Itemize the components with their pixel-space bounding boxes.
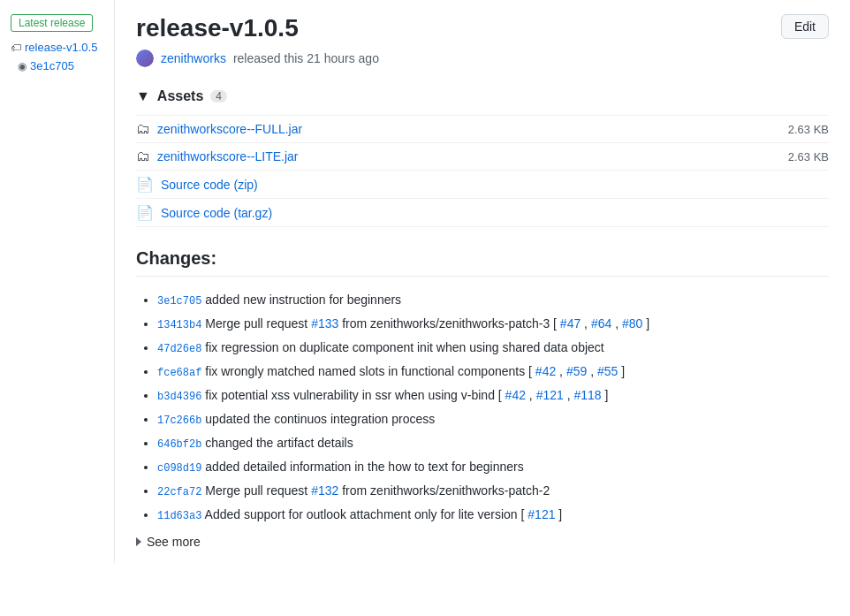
changes-section: Changes: 3e1c705 added new instruction f… [136, 248, 829, 549]
commit-hash[interactable]: c098d19 [157, 462, 201, 475]
asset-left: 🗂 zenithworkscore--FULL.jar [136, 121, 302, 137]
commit-icon: ◉ [18, 60, 27, 72]
asset-link-1[interactable]: zenithworkscore--FULL.jar [157, 122, 302, 136]
commit-message-cont: from zenithworks/zenithworks-patch-2 [342, 483, 550, 498]
commit-message: fix potential xss vulnerability in ssr w… [205, 388, 505, 402]
list-item: 3e1c705 added new instruction for beginn… [157, 291, 829, 309]
assets-section: ▼ Assets 4 🗂 zenithworkscore--FULL.jar 2… [136, 88, 829, 227]
bracket-close: ] [646, 316, 649, 331]
release-header: release-v1.0.5 Edit [136, 14, 829, 42]
bracket-close: ] [621, 364, 625, 378]
release-meta-text: released this 21 hours ago [233, 51, 379, 65]
list-item: fce68af fix wrongly matched named slots … [157, 362, 829, 381]
commit-message: changed the artifact details [205, 436, 353, 450]
asset-size-2: 2.63 KB [788, 150, 829, 164]
see-more-label: See more [147, 535, 201, 549]
sidebar-commit[interactable]: ◉ 3e1c705 [18, 59, 103, 72]
list-item: 22cfa72 Merge pull request #132 from zen… [157, 482, 829, 500]
collapse-icon: ▼ [136, 88, 150, 104]
latest-release-badge: Latest release [11, 14, 93, 32]
commit-hash[interactable]: fce68af [157, 367, 201, 379]
changes-title: Changes: [136, 248, 829, 277]
commit-message: added new instruction for beginners [205, 293, 401, 307]
commit-message: fix regression on duplicate component in… [205, 340, 603, 354]
commit-message: updated the continuos integration proces… [205, 412, 435, 426]
commit-message: Added support for outlook attachment onl… [205, 507, 528, 521]
targz-icon: 📄 [136, 204, 154, 221]
asset-left: 📄 Source code (zip) [136, 176, 258, 193]
issue-link[interactable]: #121 [527, 507, 555, 521]
asset-left: 📄 Source code (tar.gz) [136, 204, 272, 221]
sidebar-tag[interactable]: 🏷 release-v1.0.5 [11, 41, 103, 54]
issue-link[interactable]: #42 [505, 388, 526, 402]
comma: , [529, 388, 536, 402]
release-meta: zenithworks released this 21 hours ago [136, 49, 829, 67]
bracket-close: ] [558, 507, 562, 521]
list-item: 17c266b updated the continuos integratio… [157, 410, 829, 429]
list-item: b3d4396 fix potential xss vulnerability … [157, 386, 829, 405]
list-item: 13413b4 Merge pull request #133 from zen… [157, 315, 829, 333]
edit-button[interactable]: Edit [781, 14, 829, 39]
list-item: 47d26e8 fix regression on duplicate comp… [157, 338, 829, 357]
main-content: release-v1.0.5 Edit zenithworks released… [115, 0, 850, 563]
issue-link[interactable]: #55 [597, 364, 618, 378]
avatar [136, 49, 154, 67]
commit-hash[interactable]: 646bf2b [157, 438, 201, 451]
sidebar-commit-label: 3e1c705 [30, 59, 74, 72]
commit-message: Merge pull request [205, 483, 311, 498]
commit-message: Merge pull request [205, 316, 311, 331]
asset-size-1: 2.63 KB [788, 123, 829, 136]
assets-count: 4 [210, 90, 227, 103]
asset-link-2[interactable]: zenithworkscore--LITE.jar [157, 149, 299, 164]
assets-title: Assets [157, 88, 203, 104]
commit-hash[interactable]: 3e1c705 [157, 295, 201, 308]
comma: , [615, 316, 622, 331]
asset-left: 🗂 zenithworkscore--LITE.jar [136, 148, 299, 164]
list-item: c098d19 added detailed information in th… [157, 458, 829, 476]
issue-link[interactable]: #42 [535, 364, 556, 378]
zip-icon: 📄 [136, 176, 154, 193]
list-item: 11d63a3 Added support for outlook attach… [157, 506, 829, 524]
commit-hash[interactable]: 17c266b [157, 414, 201, 427]
comma: , [559, 364, 566, 378]
commit-hash[interactable]: 11d63a3 [157, 510, 201, 522]
pr-link[interactable]: #133 [311, 316, 338, 331]
issue-link[interactable]: #121 [536, 388, 564, 402]
sidebar-tag-label: release-v1.0.5 [25, 41, 97, 54]
sidebar: Latest release 🏷 release-v1.0.5 ◉ 3e1c70… [0, 0, 115, 563]
commit-list: 3e1c705 added new instruction for beginn… [136, 291, 829, 524]
asset-item: 📄 Source code (tar.gz) [136, 198, 829, 227]
list-item: 646bf2b changed the artifact details [157, 434, 829, 452]
author-link[interactable]: zenithworks [161, 51, 226, 65]
commit-message-cont: from zenithworks/zenithworks-patch-3 [ [342, 316, 560, 331]
commit-hash[interactable]: 13413b4 [157, 319, 201, 331]
issue-link[interactable]: #64 [591, 316, 611, 331]
pr-link[interactable]: #132 [311, 483, 338, 498]
commit-message: fix wrongly matched named slots in funct… [205, 364, 535, 378]
commit-hash[interactable]: 22cfa72 [157, 486, 201, 498]
assets-list: 🗂 zenithworkscore--FULL.jar 2.63 KB 🗂 ze… [136, 115, 829, 227]
avatar-image [136, 49, 154, 67]
issue-link[interactable]: #118 [573, 388, 601, 402]
asset-item: 📄 Source code (zip) [136, 170, 829, 198]
release-title: release-v1.0.5 [136, 14, 299, 42]
see-more[interactable]: See more [136, 535, 829, 549]
bracket-close: ] [605, 388, 609, 402]
chevron-right-icon [136, 537, 141, 546]
issue-link[interactable]: #80 [622, 316, 642, 331]
issue-link[interactable]: #47 [560, 316, 581, 331]
tag-icon: 🏷 [11, 42, 21, 54]
commit-message: added detailed information in the how to… [205, 460, 523, 474]
asset-item: 🗂 zenithworkscore--LITE.jar 2.63 KB [136, 142, 829, 170]
assets-header[interactable]: ▼ Assets 4 [136, 88, 829, 104]
jar-icon-2: 🗂 [136, 148, 150, 164]
asset-item: 🗂 zenithworkscore--FULL.jar 2.63 KB [136, 115, 829, 142]
asset-link-4[interactable]: Source code (tar.gz) [161, 206, 272, 220]
commit-hash[interactable]: b3d4396 [157, 391, 201, 403]
comma: , [584, 316, 591, 331]
commit-hash[interactable]: 47d26e8 [157, 343, 201, 355]
jar-icon-1: 🗂 [136, 121, 150, 137]
issue-link[interactable]: #59 [566, 364, 587, 378]
asset-link-3[interactable]: Source code (zip) [161, 178, 258, 192]
comma: , [590, 364, 597, 378]
